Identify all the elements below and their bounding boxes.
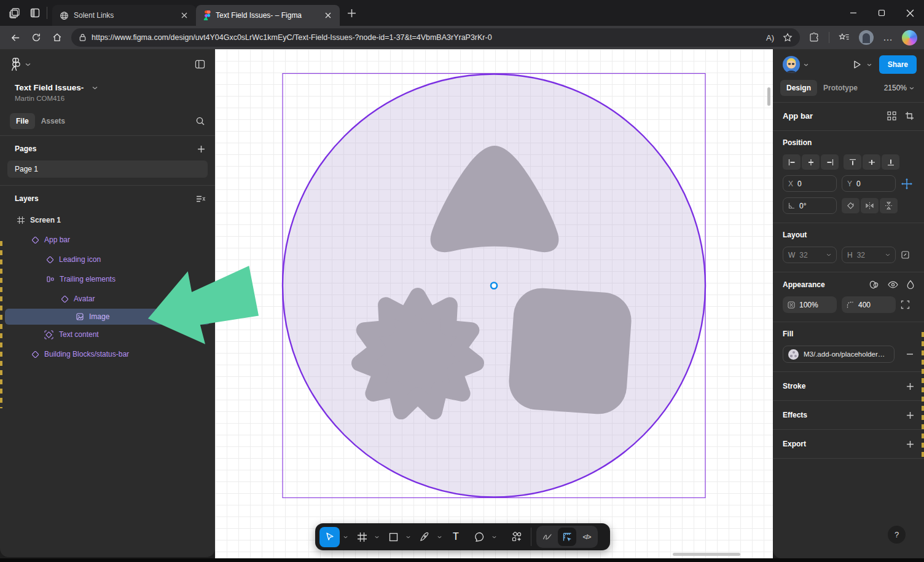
actions-tool[interactable] (507, 527, 526, 547)
settings-more-icon[interactable]: … (883, 32, 893, 43)
align-top-icon[interactable] (844, 154, 861, 170)
copilot-icon[interactable] (902, 30, 917, 46)
close-window-icon[interactable] (896, 0, 924, 26)
add-stroke-icon[interactable] (906, 382, 914, 390)
placeholder-square[interactable] (507, 287, 633, 416)
tab-assets[interactable]: Assets (35, 113, 71, 129)
styles-icon[interactable] (869, 280, 879, 289)
chevron-down-icon[interactable] (92, 86, 98, 90)
fill-style-name: M3/.add-on/placeholder im... (804, 350, 887, 358)
chevron-down-icon[interactable] (341, 527, 350, 547)
canvas-horizontal-scrollbar[interactable] (673, 553, 740, 556)
move-tool[interactable] (319, 527, 340, 547)
read-aloud-icon[interactable]: A) (766, 33, 774, 42)
back-icon[interactable] (5, 28, 26, 47)
frame-tool[interactable] (353, 527, 371, 547)
add-effect-icon[interactable] (906, 411, 914, 419)
align-v-center-icon[interactable] (863, 154, 880, 170)
close-tab-icon[interactable] (179, 10, 190, 21)
browser-profile-avatar[interactable] (859, 30, 874, 45)
component-props-icon[interactable] (887, 111, 896, 121)
draw-annotate-tool[interactable] (538, 528, 557, 546)
help-button[interactable]: ? (888, 526, 906, 544)
refresh-icon[interactable] (26, 28, 47, 47)
close-tab-icon[interactable] (323, 10, 334, 21)
x-position-field[interactable]: X 0 (783, 175, 837, 192)
chevron-down-icon[interactable] (490, 527, 498, 547)
chevron-down-icon[interactable] (372, 527, 381, 547)
home-icon[interactable] (47, 28, 68, 47)
layout-section: Layout W 32 H 32 (773, 223, 924, 272)
rotation-field[interactable]: 0° (783, 197, 837, 214)
maximize-icon[interactable] (867, 0, 896, 26)
layers-header: Layers (15, 194, 39, 203)
rotate-icon[interactable] (842, 198, 859, 213)
browser-tab-figma[interactable]: Text Field Issues- – Figma (196, 5, 340, 26)
url-bar[interactable]: https://www.figma.com/design/uvt4Y04Gxc0… (71, 28, 800, 47)
extensions-icon[interactable] (808, 32, 820, 43)
present-play-icon[interactable] (852, 60, 862, 69)
opacity-field[interactable]: 100% (783, 296, 837, 313)
tab-prototype[interactable]: Prototype (817, 80, 864, 96)
height-field[interactable]: H 32 (842, 247, 896, 263)
fill-style-chip[interactable]: M3/.add-on/placeholder im... (783, 346, 895, 363)
tab-file[interactable]: File (10, 113, 35, 129)
flip-horizontal-icon[interactable] (861, 198, 879, 213)
chevron-down-icon[interactable] (435, 527, 444, 547)
pen-tool[interactable] (415, 527, 434, 547)
align-left-icon[interactable] (783, 154, 801, 170)
width-field[interactable]: W 32 (783, 247, 837, 263)
layers-options-icon[interactable] (196, 195, 205, 203)
chevron-down-icon[interactable] (804, 63, 808, 66)
y-position-field[interactable]: Y 0 (842, 175, 896, 192)
search-icon[interactable] (195, 116, 205, 126)
instance-swap-icon (44, 330, 53, 339)
chevron-down-icon[interactable] (404, 527, 412, 547)
canvas-vertical-scrollbar[interactable] (767, 87, 770, 106)
image-layer-icon (76, 313, 84, 320)
align-h-center-icon[interactable] (802, 154, 820, 170)
blend-droplet-icon[interactable] (907, 280, 914, 289)
crop-icon[interactable] (905, 111, 914, 121)
align-right-icon[interactable] (821, 154, 839, 170)
file-title[interactable]: Text Field Issues- (15, 83, 84, 92)
shape-tool[interactable] (384, 527, 402, 547)
selection-center-handle[interactable] (491, 283, 497, 289)
independent-corners-icon[interactable] (901, 300, 910, 309)
remove-fill-icon[interactable] (906, 350, 914, 358)
comment-tool[interactable] (470, 527, 488, 547)
figma-menu-logo-icon[interactable] (11, 58, 20, 71)
new-tab-icon[interactable] (347, 9, 356, 18)
flip-vertical-icon[interactable] (880, 198, 898, 213)
minimize-icon[interactable] (839, 0, 867, 26)
align-bottom-icon[interactable] (882, 154, 899, 170)
measure-tool-active[interactable] (558, 528, 576, 546)
corner-radius-field[interactable]: 400 (842, 296, 896, 313)
canvas[interactable] (215, 49, 773, 558)
chevron-down-icon[interactable] (867, 63, 872, 66)
tab-actions-icon[interactable] (29, 7, 41, 18)
visibility-eye-icon[interactable] (888, 281, 898, 288)
user-avatar[interactable] (783, 56, 800, 73)
collections-icon[interactable] (839, 32, 850, 43)
favorite-star-icon[interactable] (783, 33, 793, 42)
chevron-down-icon[interactable] (25, 63, 31, 66)
browser-tab-solent-links[interactable]: Solent Links (52, 5, 196, 26)
share-button[interactable]: Share (879, 55, 917, 74)
tab-design[interactable]: Design (780, 80, 817, 96)
chevron-down-icon[interactable] (826, 253, 831, 256)
add-export-icon[interactable] (906, 440, 914, 448)
workspaces-icon[interactable] (9, 7, 21, 19)
h-value: 32 (857, 251, 865, 259)
url-text[interactable]: https://www.figma.com/design/uvt4Y04Gxc0… (92, 33, 761, 42)
add-page-icon[interactable] (197, 145, 205, 153)
chevron-down-icon[interactable] (885, 253, 890, 256)
layer-row-building-blocks[interactable]: Building Blocks/status-bar (0, 344, 215, 364)
absolute-position-icon[interactable] (901, 178, 913, 190)
text-tool[interactable]: T (447, 527, 465, 547)
dev-mode-code-tool[interactable]: </> (578, 528, 596, 546)
page-item[interactable]: Page 1 (7, 160, 208, 178)
toggle-panel-icon[interactable] (195, 60, 205, 69)
zoom-control[interactable]: 2150% (884, 84, 914, 92)
lock-ratio-icon[interactable] (901, 250, 910, 259)
